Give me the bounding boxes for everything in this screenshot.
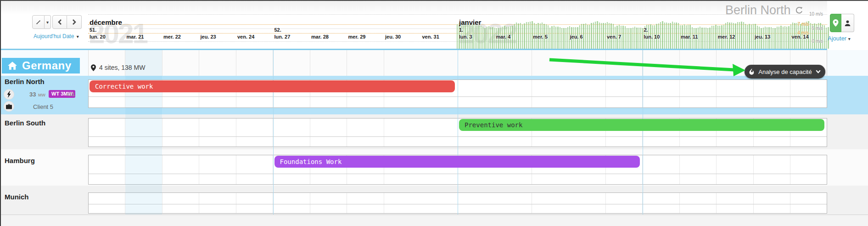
wind-bar xyxy=(709,28,710,49)
wind-bar xyxy=(810,23,811,49)
wind-bar xyxy=(715,25,716,49)
add-dropdown-link[interactable]: Ajouter ▾ xyxy=(828,35,851,42)
task-bar[interactable]: Corrective work xyxy=(90,80,455,92)
day-label: ven. 31 xyxy=(422,34,439,40)
fit-range-caret-button[interactable]: ▾ xyxy=(45,15,51,29)
wind-bar xyxy=(589,25,590,49)
group-header-germany[interactable]: Germany xyxy=(2,58,80,73)
site-name: Munich xyxy=(5,193,29,201)
selected-site-title-text: Berlin North xyxy=(725,3,791,17)
previous-period-button[interactable] xyxy=(52,15,67,29)
wind-bar xyxy=(516,23,517,49)
day-label: lun. 10 xyxy=(644,34,660,40)
wind-bar xyxy=(678,23,679,49)
wind-bar xyxy=(472,23,473,49)
task-bar[interactable]: Preventive work xyxy=(459,119,824,131)
day-label: lun. 27 xyxy=(274,34,291,40)
wind-bar xyxy=(780,26,781,49)
wind-bar xyxy=(700,27,700,49)
day-label: mar. 11 xyxy=(681,34,698,40)
group-summary-text: 4 sites, 138 MW xyxy=(99,64,145,71)
wind-bar xyxy=(528,22,529,49)
day-label: mar. 21 xyxy=(127,34,144,40)
wind-bar xyxy=(751,24,752,49)
wind-scale-label: 5 m/s xyxy=(812,26,823,31)
wind-bar xyxy=(642,28,643,49)
wind-bar xyxy=(701,28,702,49)
date-dropdown-link[interactable]: Date ▾ xyxy=(62,33,79,40)
wind-bar xyxy=(593,23,594,49)
week-number-label: 52. xyxy=(274,27,281,33)
wind-bar xyxy=(595,22,596,49)
date-dropdown-label: Date xyxy=(62,33,74,40)
capacity-analysis-button[interactable]: Analyse de capacité xyxy=(745,65,825,79)
day-label: jeu. 6 xyxy=(570,34,583,40)
add-person-button[interactable] xyxy=(841,14,854,32)
wind-bar xyxy=(704,28,705,49)
refresh-icon[interactable] xyxy=(795,6,803,15)
wind-bar xyxy=(660,22,661,49)
wind-bar xyxy=(777,27,778,49)
client-badge xyxy=(4,101,14,112)
wind-bar xyxy=(753,24,754,49)
wind-bar xyxy=(628,28,629,49)
wind-bar xyxy=(518,23,519,49)
day-label: mer. 29 xyxy=(348,34,366,40)
wind-bar xyxy=(638,28,639,49)
wind-bar xyxy=(622,26,623,49)
wind-bar xyxy=(597,21,598,49)
wind-bar xyxy=(481,26,482,49)
day-label: mar. 4 xyxy=(496,34,511,40)
wind-bar xyxy=(773,28,773,49)
wind-bar xyxy=(668,23,669,49)
wind-bar xyxy=(551,26,552,49)
caret-down-icon: ▾ xyxy=(848,36,851,41)
wind-bar xyxy=(494,28,495,49)
wind-scale-label: 10 m/s xyxy=(809,11,823,17)
wind-bar xyxy=(672,22,673,49)
wind-bar xyxy=(520,23,521,49)
capacity-analysis-label: Analyse de capacité xyxy=(758,68,812,75)
wind-bar xyxy=(707,28,708,49)
wind-bar xyxy=(676,23,677,49)
week-boundary-line xyxy=(643,50,643,215)
wind-bar xyxy=(666,23,667,49)
wind-bar xyxy=(560,27,560,49)
selected-site-title: Berlin North xyxy=(725,3,803,17)
month-label: janvier xyxy=(459,18,481,26)
wind-bar xyxy=(601,23,602,49)
wind-bar xyxy=(488,26,489,49)
today-link[interactable]: Aujourd'hui xyxy=(34,33,61,40)
person-icon xyxy=(844,20,851,27)
wind-bar xyxy=(745,24,746,49)
next-period-button[interactable] xyxy=(67,15,82,29)
wind-bar xyxy=(585,23,586,49)
briefcase-icon xyxy=(6,104,12,109)
wind-bar xyxy=(475,24,476,49)
wind-bar xyxy=(627,28,627,49)
wind-bar xyxy=(711,26,712,49)
day-label: mer. 12 xyxy=(718,34,735,40)
wind-bar xyxy=(567,27,568,49)
day-label: jeu. 13 xyxy=(755,34,770,40)
fit-range-button[interactable] xyxy=(32,15,45,29)
wind-bar xyxy=(512,26,513,49)
wind-bar xyxy=(826,28,827,49)
wind-bar xyxy=(557,27,558,49)
day-label: jeu. 23 xyxy=(201,34,216,40)
date-nav-button-group xyxy=(52,15,82,29)
wind-bar xyxy=(749,24,750,49)
add-site-button[interactable] xyxy=(830,14,841,32)
add-dropdown-label: Ajouter xyxy=(828,35,846,42)
wind-bar xyxy=(747,25,748,49)
wind-bar xyxy=(549,28,550,49)
wind-bar xyxy=(634,27,635,49)
home-icon xyxy=(8,62,17,70)
wind-bar xyxy=(784,26,785,49)
task-bar[interactable]: Foundations Work xyxy=(274,156,640,168)
day-label: lun. 3 xyxy=(459,34,472,40)
wind-bar xyxy=(563,28,564,49)
wind-bar xyxy=(605,23,606,49)
day-label: mar. 28 xyxy=(311,34,329,40)
wind-bar xyxy=(741,22,742,49)
